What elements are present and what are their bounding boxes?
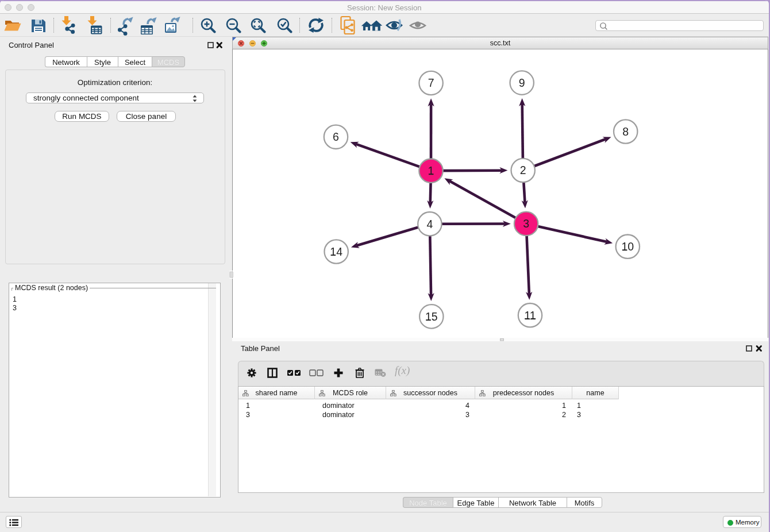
svg-text:4: 4 [426,218,433,230]
svg-text:15: 15 [425,310,438,323]
svg-text:11: 11 [524,309,536,322]
svg-text:2: 2 [520,164,526,176]
svg-text:3: 3 [523,217,529,230]
svg-text:7: 7 [428,76,434,89]
svg-text:9: 9 [519,76,525,89]
svg-text:8: 8 [622,125,629,138]
svg-text:14: 14 [330,245,342,258]
svg-text:6: 6 [333,130,339,143]
svg-text:1: 1 [428,164,434,177]
svg-text:10: 10 [621,240,634,253]
